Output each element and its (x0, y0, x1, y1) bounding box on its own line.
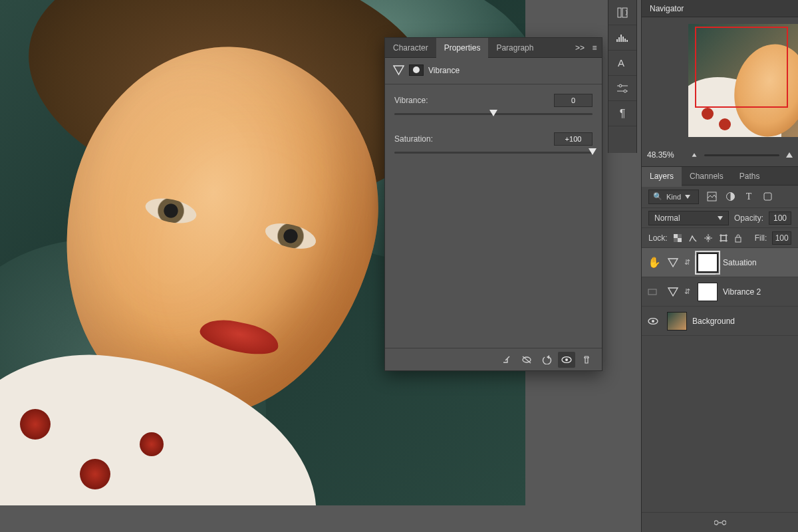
filter-type-icon[interactable]: T (743, 191, 755, 203)
divider (385, 84, 602, 84)
svg-rect-21 (678, 238, 682, 242)
saturation-slider[interactable] (394, 148, 593, 158)
panel-collapse-button[interactable]: >> (573, 43, 587, 53)
zoom-out-icon[interactable] (692, 153, 697, 157)
properties-footer (385, 348, 602, 370)
svg-point-4 (565, 358, 568, 361)
blend-mode-dropdown[interactable]: Normal (648, 211, 729, 225)
vibrance-adjustment-icon (667, 286, 679, 298)
filter-adjustment-icon[interactable] (724, 191, 736, 203)
navigator-preview[interactable] (688, 24, 798, 137)
layer-mask-thumbnail[interactable] (698, 283, 718, 301)
vibrance-slider-thumb[interactable] (489, 110, 497, 116)
navigator-viewport-box[interactable] (695, 27, 788, 108)
chevron-down-icon (685, 195, 690, 199)
zoom-in-icon[interactable] (786, 152, 793, 158)
filter-kind-label: Kind (666, 193, 681, 201)
svg-marker-2 (547, 355, 549, 359)
svg-marker-0 (394, 66, 404, 74)
panel-menu-button[interactable]: ≡ (587, 43, 602, 53)
layer-name[interactable]: Satuation (723, 258, 757, 267)
layer-row[interactable]: ✋ ⇵ Satuation (642, 248, 798, 277)
svg-rect-8 (618, 37, 620, 42)
vibrance-slider[interactable] (394, 110, 593, 119)
opacity-label: Opacity: (734, 213, 763, 223)
adjustment-title: Vibrance (428, 66, 460, 75)
navigator-zoom-value[interactable]: 48.35% (647, 150, 684, 160)
layers-panel: Layers Channels Paths 🔍 Kind T Normal Op… (641, 166, 798, 532)
visibility-toggle[interactable] (647, 317, 662, 326)
histogram-panel-icon[interactable] (608, 25, 636, 51)
opacity-value-input[interactable]: 100 (769, 211, 791, 225)
saturation-slider-thumb[interactable] (589, 148, 597, 155)
filter-shape-icon[interactable] (761, 191, 773, 203)
visibility-toggle[interactable] (647, 287, 662, 297)
blend-row: Normal Opacity: 100 (642, 208, 798, 228)
delete-adjustment-button[interactable] (578, 352, 595, 368)
saturation-value-input[interactable]: +100 (554, 132, 593, 146)
link-layers-button[interactable] (714, 519, 726, 527)
properties-header: Vibrance (385, 58, 602, 82)
layer-name[interactable]: Background (692, 317, 735, 326)
tab-character[interactable]: Character (385, 38, 436, 58)
tab-paths[interactable]: Paths (732, 167, 768, 187)
collapsed-panel-strip: A ¶ (608, 0, 637, 153)
lock-transparency-icon[interactable] (673, 233, 683, 243)
layer-thumbnail[interactable] (667, 312, 687, 331)
vibrance-row: Vibrance: 0 (385, 90, 602, 128)
toggle-visibility-button[interactable] (558, 352, 575, 368)
filter-pixel-icon[interactable] (706, 191, 718, 203)
layer-row[interactable]: ⇵ Vibrance 2 (642, 277, 798, 307)
svg-rect-9 (620, 35, 622, 42)
lock-position-icon[interactable] (704, 233, 714, 243)
tab-properties[interactable]: Properties (436, 38, 489, 58)
layer-mask-icon[interactable] (409, 65, 424, 76)
paragraph-panel-icon[interactable]: ¶ (608, 101, 636, 126)
view-previous-state-button[interactable] (518, 352, 535, 368)
svg-rect-24 (721, 235, 726, 241)
svg-rect-6 (622, 8, 627, 17)
fill-label: Fill: (755, 233, 767, 243)
vibrance-adjustment-icon (667, 257, 679, 269)
navigator-zoom-slider[interactable] (704, 154, 779, 156)
search-icon: 🔍 (653, 192, 662, 201)
svg-rect-19 (764, 193, 771, 200)
layer-list: ✋ ⇵ Satuation ⇵ Vibrance 2 Background (642, 248, 798, 336)
svg-rect-22 (678, 234, 682, 238)
link-icon: ⇵ (684, 258, 692, 267)
svg-rect-12 (626, 40, 628, 42)
clip-to-layer-button[interactable] (498, 352, 515, 368)
svg-marker-32 (668, 288, 678, 296)
svg-rect-11 (624, 39, 626, 42)
svg-rect-29 (735, 237, 741, 242)
tab-channels[interactable]: Channels (682, 167, 732, 187)
flower-shape (80, 459, 110, 489)
layer-mask-thumbnail[interactable] (698, 253, 718, 272)
layer-name[interactable]: Vibrance 2 (723, 287, 761, 297)
layers-footer (642, 512, 798, 532)
svg-rect-20 (674, 234, 678, 238)
adjustments-panel-icon[interactable] (608, 76, 636, 101)
flower-shape (20, 409, 51, 440)
history-panel-icon[interactable] (608, 0, 636, 25)
layer-filter-row: 🔍 Kind T (642, 186, 798, 208)
reset-button[interactable] (538, 352, 555, 368)
svg-rect-10 (622, 37, 624, 42)
svg-point-34 (652, 320, 654, 323)
layer-row[interactable]: Background (642, 307, 798, 336)
properties-tabbar: Character Properties Paragraph >> ≡ (385, 38, 602, 58)
lock-image-icon[interactable] (688, 233, 698, 243)
lock-all-icon[interactable] (734, 233, 744, 243)
fill-value-input[interactable]: 100 (772, 231, 791, 245)
lock-row: Lock: Fill: 100 (642, 228, 798, 248)
character-panel-icon[interactable]: A (608, 51, 636, 76)
lock-artboard-icon[interactable] (719, 233, 729, 243)
tab-layers[interactable]: Layers (642, 167, 682, 187)
vibrance-value-input[interactable]: 0 (554, 94, 593, 107)
vibrance-label: Vibrance: (394, 96, 428, 105)
tab-paragraph[interactable]: Paragraph (488, 38, 541, 58)
filter-kind-dropdown[interactable]: 🔍 Kind (648, 190, 699, 204)
visibility-toggle[interactable]: ✋ (647, 256, 662, 269)
svg-rect-23 (674, 238, 678, 242)
blend-mode-value: Normal (654, 213, 680, 223)
